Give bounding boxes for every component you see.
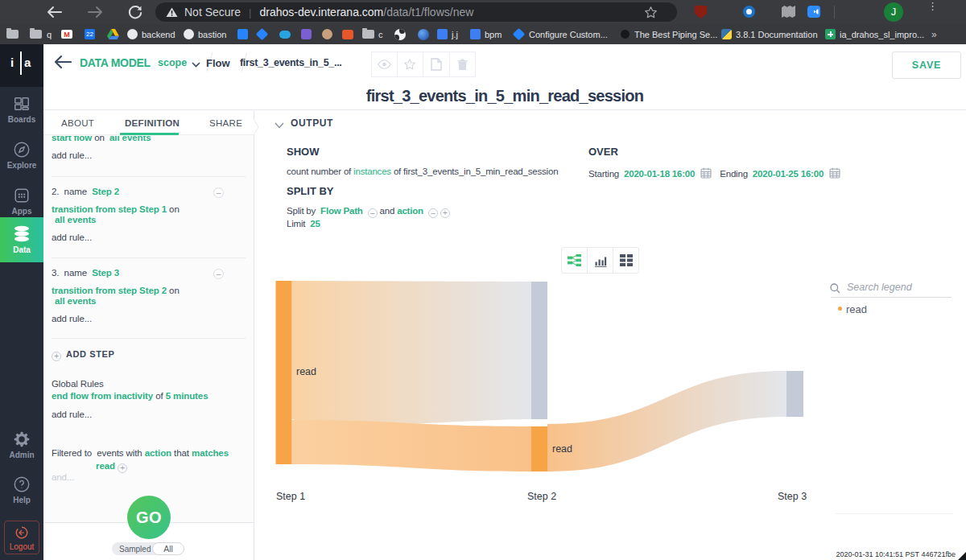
svg-text:read: read [552,443,572,455]
svg-text:Step 3: Step 3 [778,491,807,502]
svg-text:Step 2: Step 2 [527,491,556,502]
svg-text:read: read [296,366,316,377]
svg-text:Step 1: Step 1 [276,491,305,502]
